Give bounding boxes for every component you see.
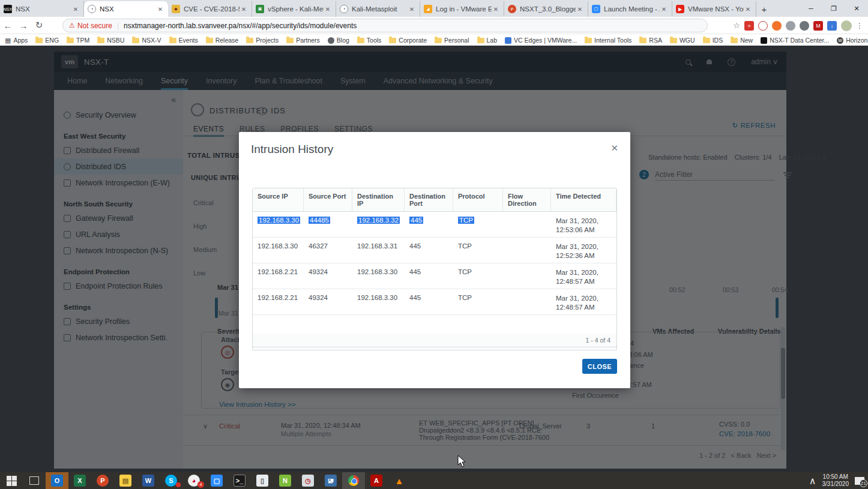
- col-source-ip[interactable]: Source IP: [253, 188, 304, 211]
- bookmark-folder[interactable]: NSBU: [97, 37, 124, 44]
- restore-button[interactable]: ❐: [822, 0, 845, 17]
- extension-icon-5[interactable]: [800, 21, 809, 31]
- tab-close-icon[interactable]: ✕: [324, 6, 332, 13]
- taskbar-acrobat[interactable]: A: [365, 472, 388, 489]
- bookmark-folder[interactable]: IDS: [703, 37, 723, 44]
- bookmarks-bar: ▦Apps ENG TPM NSBU NSX-V Events Release …: [0, 35, 868, 46]
- taskbar-notepad-plus[interactable]: N: [274, 472, 297, 489]
- taskbar-zoom[interactable]: ▢: [205, 472, 228, 489]
- extension-icon-6[interactable]: M: [813, 21, 823, 31]
- bookmark-blog[interactable]: Blog: [328, 37, 349, 44]
- tab-kali[interactable]: ◔Kali-Metasploit✕: [336, 1, 420, 17]
- taskbar-vlc[interactable]: ▲: [388, 472, 411, 489]
- col-time-detected[interactable]: Time Detected: [551, 188, 616, 211]
- bookmark-folder[interactable]: NSX-V: [132, 37, 161, 44]
- taskbar-clock-app[interactable]: ◷: [297, 472, 319, 489]
- bookmark-folder[interactable]: Projects: [246, 37, 279, 44]
- bookmark-horizon[interactable]: WHorizon View and V...: [837, 37, 868, 44]
- browser-menu-icon[interactable]: ⋮: [856, 22, 863, 30]
- taskbar-outlook[interactable]: O: [46, 472, 68, 489]
- bookmark-vc-edges[interactable]: VC Edges | VMWare...: [505, 37, 577, 44]
- taskbar-word[interactable]: W: [137, 472, 160, 489]
- tab-close-icon[interactable]: ✕: [71, 6, 80, 13]
- start-button[interactable]: [0, 472, 23, 489]
- tab-vsphere[interactable]: ▣vSphere - Kali-Metaspl...✕: [252, 1, 336, 17]
- folder-icon: [670, 38, 677, 43]
- tab-close-icon[interactable]: ✕: [660, 6, 668, 13]
- col-source-port[interactable]: Source Port: [304, 188, 352, 211]
- col-flow-direction[interactable]: Flow Direction: [503, 188, 551, 211]
- reload-button[interactable]: ↻: [31, 20, 47, 31]
- tab-esxi[interactable]: ◢Log in - VMware ESXi✕: [420, 1, 504, 17]
- profile-avatar[interactable]: [841, 20, 852, 31]
- tray-expand-icon[interactable]: ∧: [809, 475, 816, 487]
- bookmark-star-icon[interactable]: ☆: [733, 21, 740, 30]
- extension-icon-2[interactable]: [758, 21, 768, 31]
- tab-close-icon[interactable]: ✕: [240, 6, 248, 13]
- forward-button[interactable]: →: [16, 20, 31, 31]
- close-button[interactable]: CLOSE: [582, 359, 617, 374]
- clock[interactable]: 10:50 AM3/31/2020: [822, 473, 849, 488]
- bookmark-folder[interactable]: WGU: [670, 37, 695, 44]
- tab-close-icon[interactable]: ✕: [576, 6, 584, 13]
- url-text[interactable]: nsxtmanager-north.lab.svanveer.pa/nsx/#/…: [124, 22, 357, 30]
- tab-close-icon[interactable]: ✕: [408, 6, 416, 13]
- action-center-icon[interactable]: 21: [855, 477, 864, 485]
- table-row[interactable]: 192.168.2.21 49324 192.168.3.30 445 TCP …: [253, 289, 616, 315]
- bookmark-folder[interactable]: Corporate: [389, 37, 427, 44]
- taskbar-app-with-badge[interactable]: ◕4: [182, 472, 205, 489]
- extension-icon-1[interactable]: »: [744, 21, 754, 31]
- tab-close-icon[interactable]: ✕: [744, 6, 752, 13]
- bookmark-folder[interactable]: TPM: [67, 37, 89, 44]
- taskbar-skype[interactable]: S: [160, 472, 182, 489]
- bookmark-folder[interactable]: Partners: [286, 37, 320, 44]
- address-bar[interactable]: ⚠ Not secure | nsxtmanager-north.lab.sva…: [62, 19, 708, 32]
- col-destination-port[interactable]: Destination Port: [405, 188, 453, 211]
- minimize-button[interactable]: ─: [800, 0, 822, 17]
- bookmark-apps[interactable]: ▦Apps: [5, 37, 28, 44]
- extension-icon-4[interactable]: [786, 21, 795, 31]
- not-secure-label[interactable]: Not secure: [77, 22, 112, 30]
- close-window-button[interactable]: ✕: [845, 0, 868, 17]
- extension-icon-7[interactable]: ↓: [827, 21, 837, 31]
- tab-nsx-1[interactable]: NSXNSX✕: [0, 1, 84, 17]
- task-view-icon: [29, 476, 39, 485]
- tab-close-icon[interactable]: ✕: [156, 6, 164, 13]
- tab-youtube[interactable]: ▶VMware NSX - YouTub...✕: [672, 1, 756, 17]
- taskbar-chrome[interactable]: [342, 472, 365, 489]
- table-row[interactable]: 192.168.3.30 44485 192.168.3.32 445 TCP …: [253, 212, 616, 238]
- bookmark-folder[interactable]: ENG: [35, 37, 59, 44]
- extensions-area: ☆ » M ↓ ⋮: [733, 19, 863, 32]
- taskbar-remote-desktop[interactable]: 🖳: [319, 472, 342, 489]
- task-view-button[interactable]: [23, 472, 46, 489]
- tab-cve[interactable]: ◆CVE - CVE-2018-5993✕: [168, 1, 252, 17]
- taskbar-file-explorer[interactable]: ▤: [114, 472, 137, 489]
- bookmark-folder[interactable]: New: [731, 37, 753, 44]
- taskbar-notepad[interactable]: ▯: [251, 472, 274, 489]
- bookmark-nsxt[interactable]: NSX-T Data Center...: [761, 37, 829, 44]
- bookmark-folder[interactable]: Internal Tools: [585, 37, 631, 44]
- back-button[interactable]: ←: [0, 20, 16, 31]
- modal-close-icon[interactable]: ✕: [610, 143, 618, 154]
- tab-nsx-2-active[interactable]: ◔NSX✕: [84, 1, 168, 17]
- taskbar-terminal[interactable]: >_: [228, 472, 251, 489]
- bookmark-folder[interactable]: Lab: [477, 37, 498, 44]
- bookmark-folder[interactable]: Tools: [357, 37, 382, 44]
- col-destination-ip[interactable]: Destination IP: [352, 188, 405, 211]
- bookmark-folder[interactable]: RSA: [639, 37, 662, 44]
- extension-icon-3[interactable]: [772, 21, 782, 31]
- col-protocol[interactable]: Protocol: [453, 188, 503, 211]
- destination-ip-cell: 192.168.3.31: [357, 242, 397, 250]
- taskbar-excel[interactable]: X: [68, 472, 91, 489]
- new-tab-button[interactable]: +: [756, 1, 772, 17]
- bookmark-folder[interactable]: Release: [206, 37, 239, 44]
- tab-close-icon[interactable]: ✕: [492, 6, 500, 13]
- tab-zoom[interactable]: ▢Launch Meeting - Zoo...✕: [588, 1, 672, 17]
- taskbar-powerpoint[interactable]: P: [91, 472, 114, 489]
- bookmark-folder[interactable]: Personal: [435, 37, 469, 44]
- table-row[interactable]: 192.168.2.21 49324 192.168.3.30 445 TCP …: [253, 263, 616, 289]
- bookmark-folder[interactable]: Events: [169, 37, 198, 44]
- tab-pptx[interactable]: PNSXT_3.0_Blogger.pptx✕: [504, 1, 588, 17]
- table-row[interactable]: 192.168.3.30 46327 192.168.3.31 445 TCP …: [253, 238, 616, 263]
- browser-toolbar: ← → ↻ ⚠ Not secure | nsxtmanager-north.l…: [0, 17, 868, 34]
